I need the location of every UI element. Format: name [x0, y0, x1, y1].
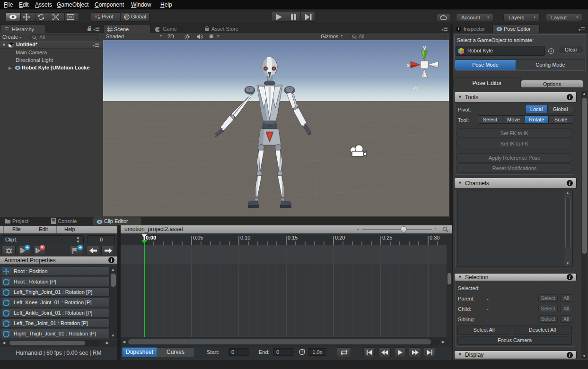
svg-text:x: x — [407, 62, 410, 68]
svg-text:Persp: Persp — [420, 85, 435, 91]
svg-text:0:00: 0:00 — [146, 235, 156, 240]
svg-text:◅: ◅ — [412, 85, 417, 91]
svg-text:0:30: 0:30 — [430, 235, 439, 240]
svg-text:0:20: 0:20 — [335, 235, 345, 240]
svg-text:0:25: 0:25 — [382, 235, 392, 240]
svg-text:0:05: 0:05 — [193, 235, 203, 240]
svg-text:y: y — [423, 44, 426, 51]
svg-text:0:10: 0:10 — [240, 235, 250, 240]
svg-text:0:15: 0:15 — [288, 235, 298, 240]
